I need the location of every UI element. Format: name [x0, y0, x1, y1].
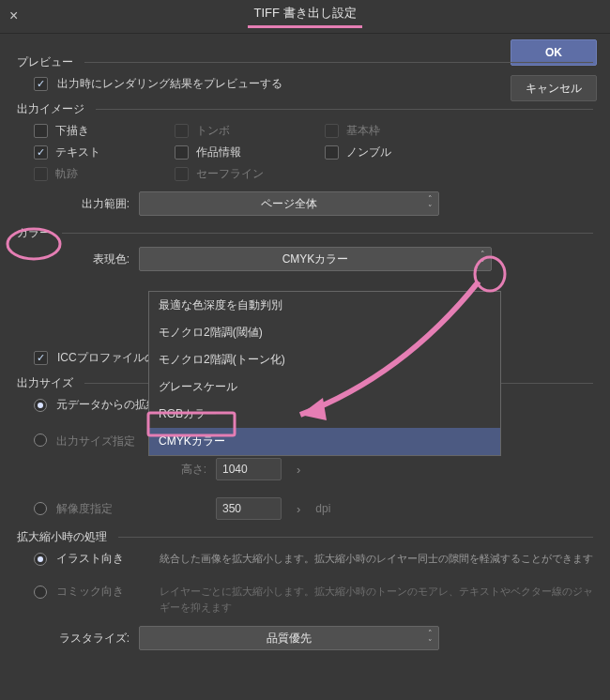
chevron-right-icon[interactable]: › — [291, 463, 306, 477]
chevron-updown-icon: ˄˅ — [480, 250, 485, 268]
output-range-select[interactable]: ページ全体 ˄˅ — [139, 191, 439, 216]
radio-from-source[interactable] — [34, 399, 47, 412]
chevron-updown-icon: ˄˅ — [428, 629, 433, 647]
expression-color-label: 表現色: — [17, 251, 139, 267]
preview-checkbox-label: 出力時にレンダリング結果をプレビューする — [57, 76, 282, 92]
close-button[interactable]: × — [9, 8, 26, 24]
radio-res-spec[interactable] — [34, 502, 47, 515]
expression-color-dropdown[interactable]: 最適な色深度を自動判別 モノクロ2階調(閾値) モノクロ2階調(トーン化) グレ… — [148, 291, 501, 456]
section-scaling: 拡大縮小時の処理 — [17, 529, 593, 545]
chk-basic-frame — [325, 124, 339, 138]
chevron-updown-icon: ˄˅ — [428, 194, 433, 213]
chevron-right-icon[interactable]: › — [291, 502, 306, 516]
dropdown-item[interactable]: モノクロ2階調(トーン化) — [149, 346, 500, 373]
dropdown-item[interactable]: グレースケール — [149, 373, 500, 401]
chk-text[interactable] — [34, 145, 48, 160]
rasterize-label: ラスタライズ: — [17, 631, 139, 647]
dropdown-item[interactable]: RGBカラー — [149, 401, 500, 428]
section-color: カラー — [17, 225, 593, 241]
chk-work-info[interactable] — [175, 145, 189, 160]
chk-safeline — [175, 167, 189, 181]
dropdown-item[interactable]: 最適な色深度を自動判別 — [149, 292, 500, 319]
dropdown-item-selected[interactable]: CMYKカラー — [149, 428, 500, 455]
radio-illust[interactable] — [34, 553, 47, 566]
preview-checkbox[interactable] — [34, 77, 48, 91]
height-input[interactable]: 1040 — [216, 458, 282, 480]
radio-comic[interactable] — [34, 586, 47, 599]
radio-size-spec[interactable] — [34, 434, 47, 447]
output-range-label: 出力範囲: — [17, 196, 139, 212]
res-input[interactable]: 350 — [216, 497, 282, 520]
illust-desc: 統合した画像を拡大縮小します。拡大縮小時のレイヤー同士の隙間を軽減することができ… — [160, 551, 593, 567]
expression-color-select[interactable]: CMYKカラー ˄˅ — [139, 247, 492, 271]
icc-label: ICCプロファイルの — [57, 350, 156, 366]
chk-draft[interactable] — [34, 124, 48, 138]
section-output-image: 出力イメージ — [17, 101, 593, 117]
rasterize-select[interactable]: 品質優先 ˄˅ — [139, 626, 439, 650]
section-preview: プレビュー — [17, 54, 593, 70]
dialog-title: TIFF 書き出し設定 — [248, 5, 361, 28]
chk-nombre[interactable] — [325, 145, 339, 160]
icc-checkbox[interactable] — [34, 351, 48, 365]
comic-desc: レイヤーごとに拡大縮小します。拡大縮小時のトーンのモアレ、テキストやベクター線の… — [160, 584, 593, 615]
dropdown-item[interactable]: モノクロ2階調(閾値) — [149, 319, 500, 346]
chk-tombo — [175, 124, 189, 138]
chk-track — [34, 167, 48, 181]
